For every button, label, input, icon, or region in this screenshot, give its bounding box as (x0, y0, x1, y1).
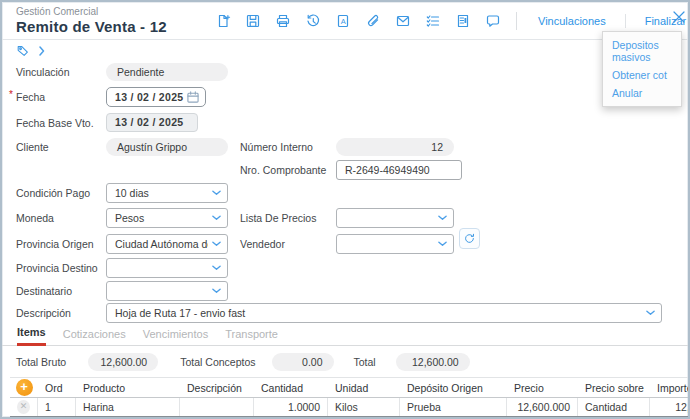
save-icon[interactable] (244, 12, 261, 29)
field-row: Fecha Base Vto. 13 / 02 / 2025 (16, 110, 688, 135)
form-area: Vinculación Pendiente *Fecha 13 / 02 / 2… (2, 42, 688, 419)
print-icon[interactable] (274, 12, 291, 29)
tag-icon[interactable] (16, 44, 30, 58)
toolbar-divider (516, 12, 517, 30)
toolbar: A Vinculaciones Finalizar Reactivar (214, 12, 690, 30)
moneda-select[interactable]: Pesos (106, 208, 228, 228)
vendedor-label: Vendedor (240, 238, 336, 250)
condicion-pago-select[interactable]: 10 dias (106, 183, 228, 203)
field-row: Vinculación Pendiente (16, 60, 688, 84)
fecha-value: 13 / 02 / 2025 (115, 91, 183, 103)
cliente-label: Cliente (16, 141, 106, 153)
table-header-row: + Ord Producto Descripción Cantidad Unid… (10, 377, 688, 398)
field-row: Provincia Origen Ciudad Autónoma de Bu V… (16, 231, 688, 256)
field-row: Condición Pago 10 dias (16, 181, 688, 205)
button-divider (625, 14, 626, 28)
chevron-down-icon (212, 265, 221, 271)
cell-precio-sobre[interactable]: Cantidad (578, 398, 650, 416)
col-precio: Precio (507, 382, 578, 394)
close-icon[interactable] (672, 10, 690, 30)
field-row: Destinatario (16, 279, 688, 302)
nro-comprobante-input[interactable]: R-2649-46949490 (336, 160, 462, 180)
cell-ord: 1 (38, 398, 76, 416)
provincia-origen-value: Ciudad Autónoma de Bu (115, 238, 208, 250)
fecha-base-label: Fecha Base Vto. (16, 117, 106, 129)
report-icon[interactable] (454, 12, 471, 29)
cell-deposito-origen[interactable]: Prueba (400, 398, 507, 416)
refresh-button[interactable] (459, 228, 480, 249)
tab-vencimientos[interactable]: Vencimientos (143, 328, 208, 345)
mas-acciones-menu: Depositos masivos Obtener cot Anular (602, 31, 682, 107)
total-conceptos-value: 0.00 (272, 353, 334, 371)
cliente-value: Agustín Grippo (106, 138, 228, 156)
cell-unidad[interactable]: Kilos (328, 398, 400, 416)
fecha-input[interactable]: 13 / 02 / 2025 (106, 87, 206, 107)
attachment-icon[interactable] (364, 12, 381, 29)
col-precio-sobre: Precio sobre (578, 382, 650, 394)
svg-text:A: A (340, 16, 345, 25)
descripcion-select[interactable]: Hoja de Ruta 17 - envio fast (106, 303, 662, 323)
cell-precio[interactable]: 12,600.000 (507, 398, 578, 416)
chevron-down-icon (212, 241, 221, 247)
required-marker: * (9, 89, 13, 100)
provincia-origen-label: Provincia Origen (16, 238, 106, 250)
menu-item-anular[interactable]: Anular (603, 84, 681, 102)
tag-bar (16, 42, 688, 60)
header: Gestión Comercial Remito de Venta - 12 A (2, 2, 688, 40)
chevron-down-icon (212, 215, 221, 221)
calendar-icon[interactable] (187, 91, 199, 103)
provincia-origen-select[interactable]: Ciudad Autónoma de Bu (106, 234, 228, 254)
condicion-pago-label: Condición Pago (16, 187, 106, 199)
checklist-icon[interactable] (424, 12, 441, 29)
field-row: Descripción Hoja de Ruta 17 - envio fast (16, 302, 688, 323)
items-table: + Ord Producto Descripción Cantidad Unid… (2, 377, 688, 419)
totals-bar: Total Bruto 12,600.00 Total Conceptos 0.… (16, 346, 688, 377)
provincia-destino-label: Provincia Destino (16, 262, 106, 274)
numero-interno-label: Número Interno (240, 141, 336, 153)
vinculacion-label: Vinculación (16, 66, 106, 78)
tab-transporte[interactable]: Transporte (225, 328, 278, 345)
field-row: *Fecha 13 / 02 / 2025 (16, 84, 688, 110)
new-document-icon[interactable] (214, 12, 231, 29)
vinculaciones-button[interactable]: Vinculaciones (532, 15, 612, 27)
cell-producto[interactable]: Harina (76, 398, 180, 416)
chevron-down-icon (438, 215, 447, 221)
tab-items[interactable]: Items (17, 326, 46, 346)
col-cantidad: Cantidad (254, 382, 328, 394)
moneda-label: Moneda (16, 212, 106, 224)
moneda-value: Pesos (115, 212, 208, 224)
cell-descripcion[interactable] (180, 398, 254, 416)
fecha-base-value: 13 / 02 / 2025 (106, 113, 198, 132)
descripcion-label: Descripción (16, 307, 106, 319)
numero-interno-value: 12 (336, 138, 454, 156)
lista-precios-select[interactable] (336, 208, 454, 228)
expand-chevron-icon[interactable] (39, 46, 45, 56)
tab-bar: Items Cotizaciones Vencimientos Transpor… (2, 323, 688, 346)
email-icon[interactable] (394, 12, 411, 29)
add-row-button[interactable]: + (16, 379, 33, 396)
provincia-destino-select[interactable] (106, 258, 228, 278)
document-a-icon[interactable]: A (334, 12, 351, 29)
total-bruto-label: Total Bruto (16, 356, 66, 368)
breadcrumb: Gestión Comercial (16, 6, 186, 18)
vendedor-select[interactable] (336, 234, 454, 254)
col-descripcion: Descripción (180, 382, 254, 394)
menu-item-depositos-masivos[interactable]: Depositos masivos (603, 36, 681, 66)
col-deposito-origen: Depósito Origen (400, 382, 507, 394)
menu-item-obtener-cot[interactable]: Obtener cot (603, 66, 681, 84)
total-bruto-value: 12,600.00 (88, 353, 158, 371)
comment-icon[interactable] (484, 12, 501, 29)
descripcion-value: Hoja de Ruta 17 - envio fast (115, 307, 642, 319)
destinatario-select[interactable] (106, 281, 228, 301)
col-unidad: Unidad (328, 382, 400, 394)
cell-importe[interactable]: 12,600.00 (650, 398, 688, 416)
cell-cantidad[interactable]: 1.0000 (254, 398, 328, 416)
col-ord: Ord (38, 382, 76, 394)
tab-cotizaciones[interactable]: Cotizaciones (63, 328, 126, 345)
delete-row-icon[interactable]: ✕ (17, 400, 30, 414)
fecha-label: *Fecha (16, 91, 106, 103)
lista-precios-label: Lista De Precios (240, 212, 336, 224)
field-row: Cliente Agustín Grippo Número Interno 12 (16, 135, 688, 158)
history-icon[interactable] (304, 12, 321, 29)
page-title: Remito de Venta - 12 (16, 18, 186, 35)
